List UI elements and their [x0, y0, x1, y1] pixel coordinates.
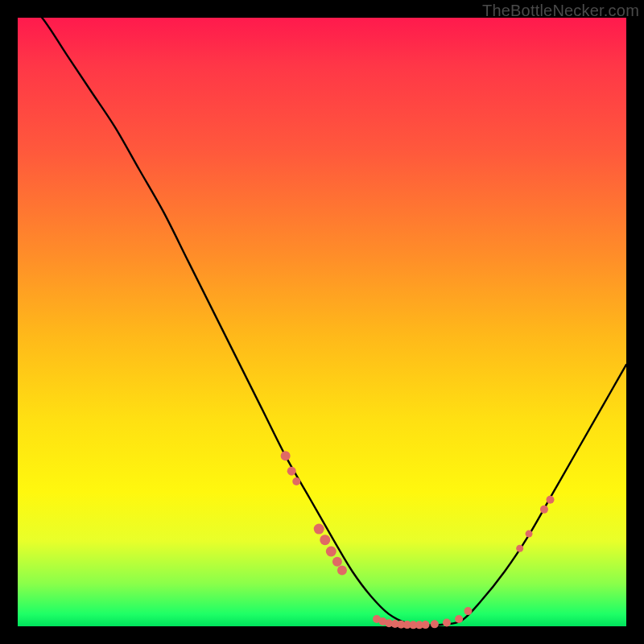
- chart-marker: [455, 615, 463, 623]
- chart-frame: TheBottleNecker.com: [0, 0, 644, 644]
- chart-marker: [320, 535, 330, 545]
- watermark-text: TheBottleNecker.com: [482, 2, 639, 20]
- chart-marker: [431, 620, 439, 628]
- chart-marker: [314, 524, 324, 535]
- chart-marker: [422, 621, 430, 629]
- chart-marker: [281, 451, 291, 460]
- chart-marker: [516, 545, 523, 552]
- chart-marker: [326, 547, 336, 557]
- chart-plot-area: [18, 18, 626, 626]
- chart-svg: [18, 18, 626, 626]
- chart-marker: [443, 618, 451, 626]
- chart-marker: [332, 557, 342, 567]
- chart-marker: [526, 530, 533, 538]
- chart-marker: [287, 467, 296, 476]
- chart-marker: [337, 565, 347, 575]
- chart-marker: [547, 496, 555, 504]
- chart-markers: [281, 451, 555, 629]
- chart-marker: [540, 506, 548, 514]
- chart-marker: [292, 477, 300, 485]
- chart-marker: [464, 607, 472, 615]
